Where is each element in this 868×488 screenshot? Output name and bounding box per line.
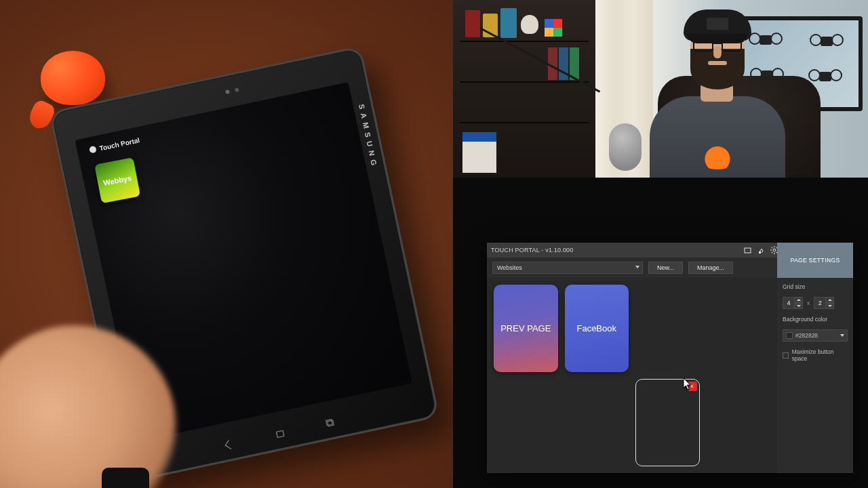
color-swatch-icon bbox=[786, 332, 793, 339]
grid-slot[interactable] bbox=[635, 285, 700, 372]
tablet-button-label: Webbys bbox=[102, 174, 132, 187]
grid-size-separator: x bbox=[807, 300, 810, 306]
side-panel-header[interactable]: PAGE SETTINGS bbox=[777, 243, 853, 278]
grid-slot[interactable]: PREV PAGE bbox=[494, 285, 558, 372]
page-select-value: Websites bbox=[497, 264, 522, 271]
svg-line-9 bbox=[772, 252, 772, 253]
grid-cols-stepper[interactable] bbox=[783, 297, 803, 309]
maximize-label: Maximize button space bbox=[792, 348, 848, 362]
checkbox-icon bbox=[783, 352, 789, 359]
grid-slot[interactable] bbox=[565, 379, 629, 466]
tablet-app-title: Touch Portal bbox=[89, 136, 140, 154]
svg-point-2 bbox=[773, 249, 776, 251]
grid-slot[interactable] bbox=[707, 285, 771, 372]
grid-slot[interactable] bbox=[707, 379, 771, 466]
button-prev-page[interactable]: PREV PAGE bbox=[494, 285, 558, 372]
plugin-icon[interactable] bbox=[754, 243, 768, 258]
grid-rows-input[interactable] bbox=[814, 297, 826, 309]
grid-cols-input[interactable] bbox=[783, 297, 795, 309]
svg-line-7 bbox=[772, 247, 772, 248]
grid-size-label: Grid size bbox=[783, 283, 848, 290]
desk-camera-feed: SAMSUNG Touch Portal Webbys bbox=[0, 0, 453, 488]
touch-portal-window: TOUCH PORTAL - v1.10.000 ? bbox=[487, 243, 853, 473]
delete-slot-button[interactable]: × bbox=[688, 382, 697, 391]
window-title: TOUCH PORTAL - v1.10.000 bbox=[491, 247, 574, 253]
side-panel: PAGE SETTINGS Grid size x bbox=[777, 278, 853, 473]
button-facebook[interactable]: FaceBook bbox=[565, 285, 629, 372]
android-recent-icon[interactable] bbox=[327, 420, 334, 426]
chevron-down-icon bbox=[840, 334, 844, 337]
android-back-icon[interactable] bbox=[225, 440, 235, 449]
svg-rect-1 bbox=[759, 251, 761, 253]
grid-rows-up[interactable] bbox=[826, 297, 834, 303]
bg-color-label: Background color bbox=[783, 316, 848, 323]
presenter bbox=[629, 0, 806, 178]
grid-slot[interactable] bbox=[494, 379, 558, 466]
new-page-button[interactable]: New... bbox=[648, 262, 683, 274]
button-canvas[interactable]: PREV PAGE FaceBook × bbox=[487, 278, 777, 473]
android-home-icon[interactable] bbox=[276, 430, 285, 438]
page-select-dropdown[interactable]: Websites bbox=[492, 262, 643, 274]
grid-cols-down[interactable] bbox=[795, 303, 803, 309]
manage-pages-button[interactable]: Manage... bbox=[688, 262, 733, 274]
face-camera-feed bbox=[453, 0, 868, 178]
tablet-button-webbys[interactable]: Webbys bbox=[94, 157, 140, 203]
grid-slot-selected[interactable]: × bbox=[635, 379, 700, 466]
chevron-down-icon bbox=[635, 266, 639, 268]
svg-rect-0 bbox=[745, 248, 751, 253]
maximize-button-space-checkbox[interactable]: Maximize button space bbox=[783, 348, 848, 362]
grid-rows-down[interactable] bbox=[826, 303, 834, 309]
desktop-capture: TOUCH PORTAL - v1.10.000 ? bbox=[453, 178, 868, 488]
grid-cols-up[interactable] bbox=[795, 297, 803, 303]
grid-rows-stepper[interactable] bbox=[814, 297, 834, 309]
grid-slot[interactable]: FaceBook bbox=[565, 285, 629, 372]
tablet-camera-dot bbox=[235, 87, 239, 92]
bg-color-value: #282828 bbox=[795, 332, 818, 339]
presenter-watch bbox=[102, 468, 149, 488]
fullscreen-icon[interactable] bbox=[741, 243, 754, 258]
bg-color-picker[interactable]: #282828 bbox=[783, 329, 848, 342]
